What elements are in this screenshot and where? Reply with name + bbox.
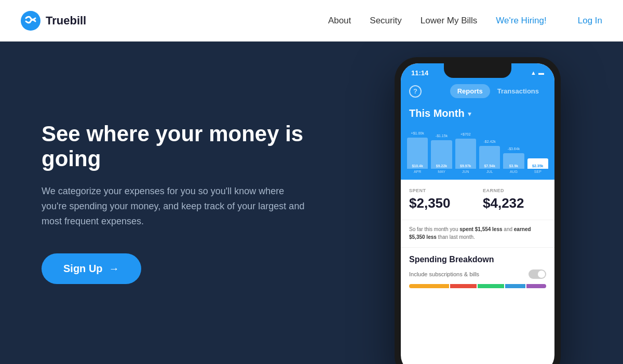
tab-transactions[interactable]: Transactions xyxy=(490,84,546,98)
stat-spent: SPENT $2,350 xyxy=(409,188,472,211)
chart-delta-may: -$1.15k xyxy=(436,133,448,139)
logo-text: Truebill xyxy=(46,14,86,28)
phone-mockup: 11:14 ▲ ▬ ? Reports Transactions xyxy=(395,57,561,364)
breakdown-title: Spending Breakdown xyxy=(409,255,546,264)
earned-value: $4,232 xyxy=(483,195,546,211)
month-chevron-icon[interactable]: ▾ xyxy=(468,110,471,118)
phone-stats: SPENT $2,350 EARNED $4,232 xyxy=(401,180,554,220)
breakdown-toggle-label: Include subscriptions & bills xyxy=(409,271,479,277)
truebill-logo-icon xyxy=(21,11,40,31)
chart-bar-aug: -$3.64k $3.9k AUG xyxy=(503,146,524,173)
breakdown-color-bars xyxy=(409,284,546,288)
chart-bar-apr-bar: $10.4k xyxy=(407,138,428,169)
phone-month-label: This Month xyxy=(409,107,465,119)
chart-delta-aug: -$3.64k xyxy=(508,146,520,152)
hero-section: See where your money is going We categor… xyxy=(0,42,623,364)
logo[interactable]: Truebill xyxy=(21,11,86,31)
chart-delta-jul: -$2.42k xyxy=(483,139,495,145)
wifi-icon: ▲ xyxy=(531,70,536,76)
chart-value-aug: $3.9k xyxy=(509,164,519,168)
phone-chart: +$1.00k $10.4k APR -$1.15k $9.22k MAY xyxy=(401,128,554,180)
breakdown-segment-2 xyxy=(450,284,477,288)
chart-label-jul: JUL xyxy=(486,170,493,173)
chart-label-may: MAY xyxy=(438,170,445,173)
spending-breakdown: Spending Breakdown Include subscriptions… xyxy=(401,248,554,292)
chart-bar-aug-bar: $3.9k xyxy=(503,153,524,169)
breakdown-toggle-row: Include subscriptions & bills xyxy=(409,269,546,279)
breakdown-segment-4 xyxy=(505,284,525,288)
chart-bar-apr: +$1.00k $10.4k APR xyxy=(407,130,428,173)
chart-value-jul: $7.54k xyxy=(484,164,495,168)
hero-subtitle: We categorize your expenses for you so y… xyxy=(42,184,312,228)
navbar: Truebill About Security Lower My Bills W… xyxy=(0,0,623,42)
chart-bar-may-bar: $9.22k xyxy=(431,140,452,169)
breakdown-segment-5 xyxy=(526,284,546,288)
chart-bar-jul: -$2.42k $7.54k JUL xyxy=(479,139,500,173)
spent-value: $2,350 xyxy=(409,195,472,211)
chart-label-jun: JUN xyxy=(462,170,469,173)
phone-month-row: This Month ▾ xyxy=(401,104,554,128)
signup-button[interactable]: Sign Up → xyxy=(42,253,141,284)
tab-reports[interactable]: Reports xyxy=(450,84,490,98)
signup-label: Sign Up xyxy=(63,263,103,275)
chart-delta-apr: +$1.00k xyxy=(411,130,424,137)
breakdown-segment-3 xyxy=(478,284,504,288)
chart-bar-jun: +$702 $9.97k JUN xyxy=(455,131,476,173)
phone-header: ? Reports Transactions xyxy=(401,80,554,104)
nav-links: About Security Lower My Bills We're Hiri… xyxy=(328,16,547,26)
signup-arrow: → xyxy=(109,263,119,275)
chart-label-apr: APR xyxy=(414,170,421,173)
chart-bar-sep-bar: $2.35k xyxy=(527,158,548,169)
chart-bar-jun-bar: $9.97k xyxy=(455,139,476,169)
chart-label-aug: AUG xyxy=(510,170,518,173)
hero-content: See where your money is going We categor… xyxy=(42,122,312,285)
chart-value-jun: $9.97k xyxy=(460,164,471,168)
chart-bar-sep: $2.35k SEP xyxy=(527,151,548,173)
nav-hiring[interactable]: We're Hiring! xyxy=(496,16,546,26)
earned-label: EARNED xyxy=(483,188,546,193)
nav-lower-my-bills[interactable]: Lower My Bills xyxy=(421,16,478,26)
chart-bar-may: -$1.15k $9.22k MAY xyxy=(431,133,452,173)
nav-security[interactable]: Security xyxy=(370,16,401,26)
hero-title: See where your money is going xyxy=(42,122,312,172)
phone-notch xyxy=(444,63,511,78)
chart-value-apr: $10.4k xyxy=(412,164,423,168)
breakdown-segment-1 xyxy=(409,284,449,288)
spent-label: SPENT xyxy=(409,188,472,193)
phone-status-icons: ▲ ▬ xyxy=(531,70,544,76)
phone-screen: 11:14 ▲ ▬ ? Reports Transactions xyxy=(401,63,554,364)
stat-earned: EARNED $4,232 xyxy=(483,188,546,211)
battery-icon: ▬ xyxy=(538,70,544,76)
nav-about[interactable]: About xyxy=(328,16,351,26)
stats-description: So far this month you spent $1,554 less … xyxy=(401,220,554,248)
spent-diff: spent $1,554 less xyxy=(459,226,502,232)
phone-tabs: Reports Transactions xyxy=(450,84,546,98)
breakdown-toggle-switch[interactable] xyxy=(529,269,546,279)
help-icon[interactable]: ? xyxy=(409,85,422,98)
phone-time: 11:14 xyxy=(411,69,428,77)
phone-outer: 11:14 ▲ ▬ ? Reports Transactions xyxy=(395,57,561,364)
chart-value-sep: $2.35k xyxy=(532,164,543,168)
login-button[interactable]: Log In xyxy=(578,16,602,26)
chart-label-sep: SEP xyxy=(534,170,541,173)
chart-value-may: $9.22k xyxy=(436,164,447,168)
chart-delta-jun: +$702 xyxy=(461,131,471,138)
chart-bar-jul-bar: $7.54k xyxy=(479,146,500,169)
